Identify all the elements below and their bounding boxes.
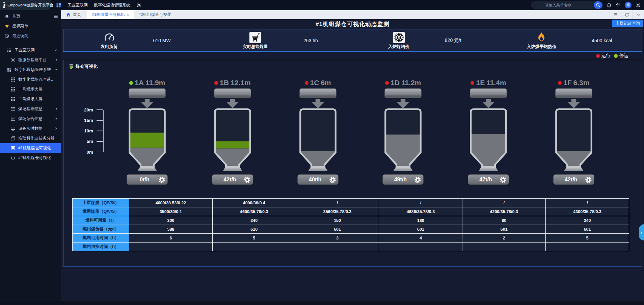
tab-#1机组煤仓可视化[interactable]: #1机组煤仓可视化× [87,10,134,19]
stat-label: 发电负荷 [101,44,118,50]
bunker-graphic [210,88,255,172]
app-grid-icon[interactable] [56,2,61,8]
status-legend: 运行停运 [61,52,644,59]
bunker-graphic [125,88,170,172]
home-icon [66,12,71,17]
bunker-1A: 1A11.9m0t/h [105,70,190,185]
bunker-flow-rate: 49t/h [394,177,407,183]
gear-icon[interactable] [329,176,336,183]
table-cell: 240 [212,216,296,225]
coal-bunker-panel: 煤仓可视化 20m15m10m5m0m 1A11.9m0t/h1B12.1m42… [63,60,642,266]
legend-item: 运行 [596,53,611,59]
bunker-flow-pill[interactable]: 40t/h [297,174,339,185]
table-cell [546,243,629,251]
gear-icon[interactable] [158,176,165,183]
sidebar-item[interactable]: 二号煤场大屏 [0,94,61,104]
bunker-flow-pill[interactable]: 42t/h [553,174,594,185]
top-nav-item[interactable]: 工业互联网 [68,2,88,8]
bunker-name: 1D [391,79,400,87]
search-icon[interactable] [594,1,602,9]
gear-icon[interactable] [414,176,421,183]
home-icon [4,14,9,19]
bunker-flow-pill[interactable]: 42t/h [212,174,253,185]
tab-#2机组煤仓可视化[interactable]: #2机组煤仓可视化 [134,10,176,19]
bunker-flow-pill[interactable]: 47t/h [468,174,509,185]
table-cell: 5 [212,234,296,243]
table-cell: 4000/28.53/0.22 [129,199,213,207]
sidebar-item-label: 首页 [12,14,20,19]
stat-value: 610 MW [153,38,171,43]
sidebar-item[interactable]: 设备实时数据 [0,124,61,133]
svg-text:20m: 20m [84,107,93,112]
table-cell: 300 [129,216,213,225]
table-row: 燃料可用时间（h）653425 [73,234,629,243]
sidebar-item[interactable]: 首页 [0,11,61,21]
theme-shirt-icon[interactable] [616,3,621,8]
coal-record-query-button[interactable]: 上煤记录查询 [612,20,643,27]
bunker-name: 1B [220,79,229,87]
gear-icon[interactable] [585,176,592,183]
close-tab-icon[interactable]: × [127,12,129,17]
bunker-flow-pill[interactable]: 49t/h [382,174,424,185]
stat-label: 实时总给煤量 [243,44,268,50]
app-brand: E EmpoworX微服务开发平台 [0,0,51,10]
table-cell [296,243,379,251]
bunker-flow-rate: 42t/h [565,177,577,183]
gear-icon[interactable] [136,3,141,8]
gear-icon[interactable] [244,176,251,183]
sidebar-item[interactable]: 微服务基础平台 [0,55,61,65]
table-cell: 601 [379,225,462,234]
chevron-down-icon[interactable] [633,10,644,19]
sidebar-item[interactable]: 数字化煤场管理系统 [0,65,61,75]
chevron-right-icon [54,58,58,62]
gear-icon [10,57,16,62]
table-cell: 4 [379,234,462,243]
sidebar-item[interactable]: #1机组煤仓可视化 [0,143,61,153]
sidebar-item[interactable]: 煤场基础信息 [0,104,61,114]
legend-dot [596,54,600,58]
sidebar-item[interactable]: 最近访问 [0,31,61,41]
sidebar-item[interactable]: #2机组煤仓可视化 [0,153,61,163]
sidebar-item[interactable]: 一号煤场大屏 [0,84,61,94]
sidebar-item[interactable]: 煤场综合信息 [0,114,61,124]
sidebar-item-label: 数字化煤场管理系统首页 [18,77,58,82]
sidebar: 首页星标菜单最近访问工业互联网微服务基础平台数字化煤场管理系统数字化煤场管理系统… [0,10,61,301]
gear-icon[interactable] [500,176,507,183]
stat-实时总给煤量: 实时总给煤量263 t/h [208,29,352,51]
bunker-header: 1C6m [305,78,331,88]
row-label: 燃料切换时间（h） [73,243,129,251]
panel-icon [10,146,16,151]
menu-icon[interactable] [610,10,621,19]
collapse-icon[interactable] [636,3,641,8]
collapse-drawer-button[interactable]: ‹ [639,224,644,240]
bell-icon[interactable] [607,3,612,8]
stat-icon-label: 实时总给煤量 [243,31,268,50]
sidebar-item[interactable]: 星标菜单 [0,21,61,31]
bunker-row: 20m15m10m5m0m 1A11.9m0t/h1B12.1m42t/h1C6… [63,70,642,185]
sidebar-item[interactable]: 工业互联网 [0,45,61,55]
sidebar-item[interactable]: 数字化煤场管理系统首页 [0,75,61,84]
row-label: 燃用煤价格（元/t） [73,225,129,234]
table-cell [129,243,213,251]
sidebar-item[interactable]: 堆取料作业任务分解 [0,133,61,143]
stat-value: 820 元/t [445,37,461,44]
grid-icon [10,77,16,82]
svg-text:15m: 15m [84,118,93,123]
stats-panel: 发电负荷610 MW实时总给煤量263 t/h$入炉煤均价820 元/t入炉煤平… [63,29,642,52]
tab-home[interactable]: 首页 [66,12,81,18]
avatar[interactable]: 超 [625,2,632,8]
bunker-name: 1C [310,79,319,87]
search-input[interactable] [531,3,603,7]
top-nav-item[interactable]: 数字化煤场管理系统 [94,2,130,8]
bunker-flow-rate: 47t/h [479,177,492,183]
bunker-flow-pill[interactable]: 0t/h [127,174,168,185]
row-label: 燃料可用量（t） [73,216,129,225]
bunker-status-dot [385,81,389,85]
table-cell: 3 [296,234,379,243]
bunker-1B: 1B12.1m42t/h [190,70,275,185]
table-row: 燃料切换时间（h） [73,243,629,251]
stat-label: 入炉煤均价 [388,44,409,50]
refresh-icon[interactable] [621,10,633,19]
table-row: 燃用煤质（Q/V/S）3500/30/0.14600/35.78/0.33560… [73,207,629,216]
table-cell: 240 [546,216,629,225]
